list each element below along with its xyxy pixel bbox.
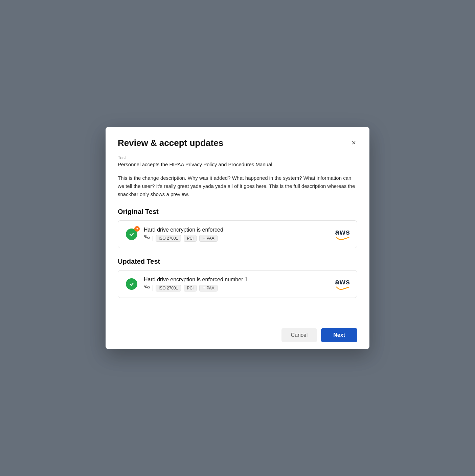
modal-header: Review & accept updates × [106, 127, 369, 155]
policy-category: Test [118, 155, 357, 160]
aws-logo: aws [335, 229, 350, 240]
updated-test-status-icon [125, 277, 138, 291]
aws-smile-icon [336, 237, 349, 240]
updated-test-content: Hard drive encryption is enforced number… [144, 277, 330, 291]
change-description: This is the change description. Why was … [118, 174, 357, 198]
original-test-tags: ISO 27001 PCI HIPAA [144, 235, 330, 242]
review-accept-modal: Review & accept updates × Test Personnel… [106, 127, 369, 349]
spacer [118, 307, 357, 321]
updated-test-tags: ISO 27001 PCI HIPAA [144, 285, 330, 291]
up-arrow-badge [134, 226, 140, 232]
next-button[interactable]: Next [321, 328, 357, 342]
updated-tag-divider [153, 285, 153, 291]
tag-hipaa: HIPAA [199, 235, 217, 242]
updated-tag-hipaa: HIPAA [199, 285, 217, 291]
hierarchy-icon [144, 235, 150, 242]
close-button[interactable]: × [350, 138, 357, 148]
original-test-card: Hard drive encryption is enforced ISO 27… [118, 220, 357, 248]
tag-pci: PCI [184, 235, 197, 242]
cancel-button[interactable]: Cancel [281, 328, 317, 342]
modal-overlay: Review & accept updates × Test Personnel… [0, 0, 475, 476]
updated-tag-iso: ISO 27001 [156, 285, 181, 291]
aws-text: aws [335, 229, 350, 236]
updated-aws-smile-icon [336, 286, 349, 290]
modal-body: Test Personnel accepts the HIPAA Privacy… [106, 155, 369, 321]
updated-hierarchy-icon [144, 285, 150, 291]
original-section-title: Original Test [118, 208, 357, 216]
updated-test-name: Hard drive encryption is enforced number… [144, 277, 330, 283]
policy-name: Personnel accepts the HIPAA Privacy Poli… [118, 161, 357, 167]
modal-title: Review & accept updates [118, 138, 223, 148]
updated-test-card: Hard drive encryption is enforced number… [118, 270, 357, 298]
updated-aws-text: aws [335, 278, 350, 286]
tag-iso: ISO 27001 [156, 235, 181, 242]
tag-divider [153, 236, 153, 241]
svg-rect-1 [148, 237, 150, 238]
svg-rect-3 [148, 287, 150, 288]
original-test-content: Hard drive encryption is enforced ISO 27… [144, 227, 330, 242]
original-test-status-icon [125, 228, 138, 241]
updated-aws-logo: aws [335, 278, 350, 290]
original-test-name: Hard drive encryption is enforced [144, 227, 330, 233]
updated-check-circle-icon [126, 278, 137, 290]
modal-footer: Cancel Next [106, 321, 369, 349]
updated-section-title: Updated Test [118, 258, 357, 265]
updated-tag-pci: PCI [184, 285, 197, 291]
